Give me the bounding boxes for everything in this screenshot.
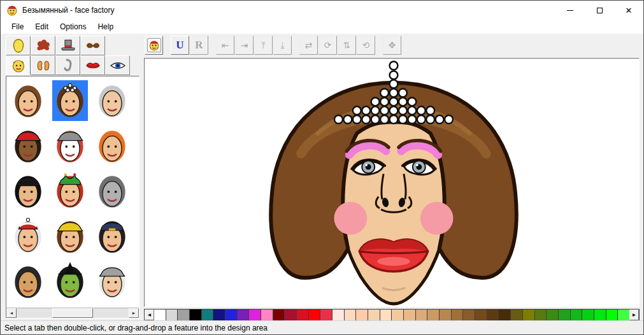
palette-scroll-right-button[interactable]: ► bbox=[629, 310, 639, 320]
palette-swatch-38[interactable] bbox=[606, 310, 619, 320]
palette-swatch-18[interactable] bbox=[368, 310, 380, 320]
palette-swatch-7[interactable] bbox=[238, 310, 250, 320]
palette-swatch-25[interactable] bbox=[452, 310, 464, 320]
face-thumbnail-witch-green[interactable] bbox=[52, 261, 88, 302]
face-editor-button[interactable] bbox=[145, 36, 163, 55]
toolbar: UR⇤⇥⤒⤓⇄⟳⇅⟲✥ bbox=[145, 36, 402, 55]
tab-nose[interactable] bbox=[55, 55, 80, 75]
face-thumbnail-old-man-grey[interactable] bbox=[94, 80, 130, 121]
undo-button[interactable]: U bbox=[171, 36, 189, 55]
maximize-button[interactable] bbox=[585, 1, 614, 20]
palette-swatch-23[interactable] bbox=[427, 310, 440, 320]
palette-swatch-30[interactable] bbox=[511, 310, 523, 320]
palette-swatch-13[interactable] bbox=[309, 310, 321, 320]
close-button[interactable]: ✕ bbox=[614, 1, 643, 20]
face-thumbnail-man-sunglasses-red-cap[interactable] bbox=[10, 125, 46, 166]
shrink-height-button: ⤒ bbox=[254, 36, 273, 55]
palette-swatch-2[interactable] bbox=[178, 310, 190, 320]
face-editor-icon bbox=[147, 38, 161, 52]
stretch-height-button: ⤓ bbox=[273, 36, 292, 55]
tab-ears[interactable] bbox=[31, 55, 55, 75]
palette-swatch-3[interactable] bbox=[190, 310, 202, 320]
tab-face-shape[interactable] bbox=[6, 36, 31, 55]
palette-swatch-16[interactable] bbox=[345, 310, 357, 320]
thumbnail-face-art bbox=[54, 217, 87, 255]
menu-edit[interactable]: Edit bbox=[29, 20, 54, 33]
palette-swatch-4[interactable] bbox=[202, 310, 214, 320]
face-thumbnail-punk-dark[interactable] bbox=[10, 261, 46, 302]
palette-swatch-37[interactable] bbox=[594, 310, 606, 320]
palette-swatch-26[interactable] bbox=[463, 310, 475, 320]
palette-swatch-22[interactable] bbox=[416, 310, 428, 320]
menu-help[interactable]: Help bbox=[92, 20, 119, 33]
scroll-left-button[interactable]: ◄ bbox=[6, 308, 17, 318]
face-thumbnail-police-officer[interactable] bbox=[94, 216, 130, 257]
face-thumbnail-woman-bob-tiara[interactable] bbox=[52, 80, 88, 121]
tab-eyes[interactable] bbox=[105, 55, 130, 75]
rotate-right-button: ⟳ bbox=[318, 36, 337, 55]
close-icon: ✕ bbox=[626, 6, 633, 15]
palette-swatch-17[interactable] bbox=[356, 310, 368, 320]
palette-swatch-34[interactable] bbox=[559, 310, 571, 320]
lip-highlight bbox=[377, 257, 410, 266]
flip-horizontal-icon: ⇄ bbox=[305, 40, 313, 50]
palette-swatch-35[interactable] bbox=[571, 310, 583, 320]
palette-swatch-11[interactable] bbox=[285, 310, 297, 320]
design-area[interactable] bbox=[144, 58, 640, 307]
palette-swatch-12[interactable] bbox=[297, 310, 309, 320]
palette-swatch-0[interactable] bbox=[154, 310, 166, 320]
palette-swatch-31[interactable] bbox=[523, 310, 535, 320]
minimize-icon bbox=[567, 10, 573, 11]
face-thumbnail-jester[interactable] bbox=[52, 171, 88, 211]
palette-swatch-27[interactable] bbox=[475, 310, 487, 320]
palette-swatch-33[interactable] bbox=[547, 310, 559, 320]
face-thumbnail-clown[interactable] bbox=[52, 125, 88, 166]
hair-icon bbox=[34, 38, 52, 53]
scroll-right-button[interactable]: ► bbox=[129, 308, 139, 318]
face-thumbnail-man-black-beanie[interactable] bbox=[10, 171, 46, 211]
face-thumbnail-man-striped-hat[interactable] bbox=[10, 216, 46, 257]
palette-swatch-36[interactable] bbox=[582, 310, 594, 320]
face-thumbnail-surprised-red-head[interactable] bbox=[94, 125, 130, 166]
design-face-drawing[interactable] bbox=[145, 59, 639, 306]
palette-swatch-29[interactable] bbox=[499, 310, 511, 320]
palette-swatch-9[interactable] bbox=[261, 310, 273, 320]
palette-swatch-1[interactable] bbox=[166, 310, 178, 320]
minimize-button[interactable] bbox=[555, 1, 585, 20]
tab-hat[interactable] bbox=[55, 36, 80, 55]
undo-icon: U bbox=[176, 39, 183, 52]
tab-head[interactable] bbox=[6, 55, 31, 75]
thumbnail-face-art bbox=[96, 172, 129, 210]
palette-swatch-5[interactable] bbox=[213, 310, 225, 320]
palette-swatch-6[interactable] bbox=[225, 310, 238, 320]
palette-swatch-32[interactable] bbox=[535, 310, 547, 320]
palette-swatch-8[interactable] bbox=[249, 310, 261, 320]
scrollbar-thumb[interactable] bbox=[52, 308, 93, 318]
feature-tabs-row-1 bbox=[6, 36, 105, 55]
scrollbar-track[interactable] bbox=[17, 308, 129, 318]
menu-options[interactable]: Options bbox=[54, 20, 92, 33]
palette-swatch-20[interactable] bbox=[392, 310, 404, 320]
tab-mustache[interactable] bbox=[80, 36, 105, 55]
face-thumbnail-grey-creature[interactable] bbox=[94, 171, 130, 211]
palette-swatch-21[interactable] bbox=[404, 310, 416, 320]
menu-file[interactable]: File bbox=[6, 20, 29, 33]
palette-swatch-10[interactable] bbox=[273, 310, 285, 320]
palette-swatch-19[interactable] bbox=[380, 310, 392, 320]
palette-swatch-28[interactable] bbox=[487, 310, 499, 320]
move-button: ✥ bbox=[383, 36, 401, 55]
palette-swatch-14[interactable] bbox=[320, 310, 333, 320]
palette-scroll-left-button[interactable]: ◄ bbox=[145, 310, 154, 320]
palette-swatch-24[interactable] bbox=[440, 310, 452, 320]
eyes-icon bbox=[109, 58, 127, 73]
thumbnail-face-art bbox=[11, 82, 45, 120]
face-thumbnail-man-yellow-cap[interactable] bbox=[52, 216, 88, 257]
palette-swatch-15[interactable] bbox=[333, 310, 345, 320]
face-thumbnail-old-man-white-beard[interactable] bbox=[94, 261, 130, 302]
tab-hair[interactable] bbox=[31, 36, 55, 55]
palette-swatch-39[interactable] bbox=[618, 310, 629, 320]
face-thumbnail-woman-brown-updo[interactable] bbox=[10, 80, 46, 121]
tab-lips[interactable] bbox=[80, 55, 105, 75]
move-icon: ✥ bbox=[389, 40, 396, 50]
thumbnail-scrollbar[interactable]: ◄ ► bbox=[6, 308, 139, 318]
